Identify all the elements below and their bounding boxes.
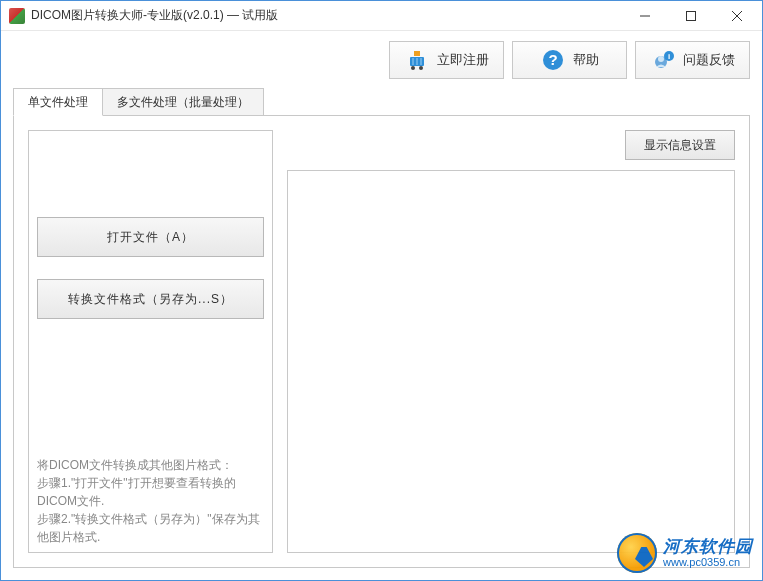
toolbar: 立即注册 ? 帮助 i 问题反馈 — [1, 31, 762, 89]
app-window: DICOM图片转换大师-专业版(v2.0.1) — 试用版 立即注册 ? 帮助 — [0, 0, 763, 581]
svg-text:i: i — [667, 52, 669, 61]
open-file-button[interactable]: 打开文件（A） — [37, 217, 264, 257]
instructions-line2: 步骤1."打开文件"打开想要查看转换的DICOM文件. — [37, 474, 264, 510]
svg-point-14 — [658, 56, 664, 62]
minimize-button[interactable] — [622, 2, 668, 30]
register-label: 立即注册 — [437, 51, 489, 69]
content-layout: 打开文件（A） 转换文件格式（另存为...S） 将DICOM文件转换成其他图片格… — [28, 130, 735, 553]
preview-panel — [287, 170, 735, 553]
cart-icon — [405, 48, 429, 72]
close-icon — [732, 11, 742, 21]
instructions-text: 将DICOM文件转换成其他图片格式： 步骤1."打开文件"打开想要查看转换的DI… — [37, 456, 264, 546]
right-column: 显示信息设置 — [287, 130, 735, 553]
app-icon — [9, 8, 25, 24]
feedback-icon: i — [651, 48, 675, 72]
help-button[interactable]: ? 帮助 — [512, 41, 627, 79]
convert-file-button[interactable]: 转换文件格式（另存为...S） — [37, 279, 264, 319]
svg-point-10 — [419, 66, 423, 70]
feedback-label: 问题反馈 — [683, 51, 735, 69]
help-icon: ? — [541, 48, 565, 72]
display-settings-button[interactable]: 显示信息设置 — [625, 130, 735, 160]
help-label: 帮助 — [573, 51, 599, 69]
right-top-bar: 显示信息设置 — [287, 130, 735, 160]
register-button[interactable]: 立即注册 — [389, 41, 504, 79]
titlebar: DICOM图片转换大师-专业版(v2.0.1) — 试用版 — [1, 1, 762, 31]
feedback-button[interactable]: i 问题反馈 — [635, 41, 750, 79]
close-button[interactable] — [714, 2, 760, 30]
svg-point-9 — [411, 66, 415, 70]
left-panel: 打开文件（A） 转换文件格式（另存为...S） 将DICOM文件转换成其他图片格… — [28, 130, 273, 553]
left-column: 打开文件（A） 转换文件格式（另存为...S） 将DICOM文件转换成其他图片格… — [28, 130, 273, 553]
tab-batch-file[interactable]: 多文件处理（批量处理） — [102, 88, 264, 115]
window-controls — [622, 2, 760, 30]
maximize-button[interactable] — [668, 2, 714, 30]
instructions-line3: 步骤2."转换文件格式（另存为）"保存为其他图片格式. — [37, 510, 264, 546]
tabs: 单文件处理 多文件处理（批量处理） — [1, 89, 762, 115]
maximize-icon — [686, 11, 696, 21]
svg-rect-8 — [414, 51, 420, 56]
svg-rect-1 — [687, 11, 696, 20]
tab-single-file[interactable]: 单文件处理 — [13, 88, 103, 116]
minimize-icon — [640, 11, 650, 21]
instructions-line1: 将DICOM文件转换成其他图片格式： — [37, 456, 264, 474]
tab-content: 打开文件（A） 转换文件格式（另存为...S） 将DICOM文件转换成其他图片格… — [13, 115, 750, 568]
svg-text:?: ? — [548, 51, 557, 68]
window-title: DICOM图片转换大师-专业版(v2.0.1) — 试用版 — [31, 7, 622, 24]
